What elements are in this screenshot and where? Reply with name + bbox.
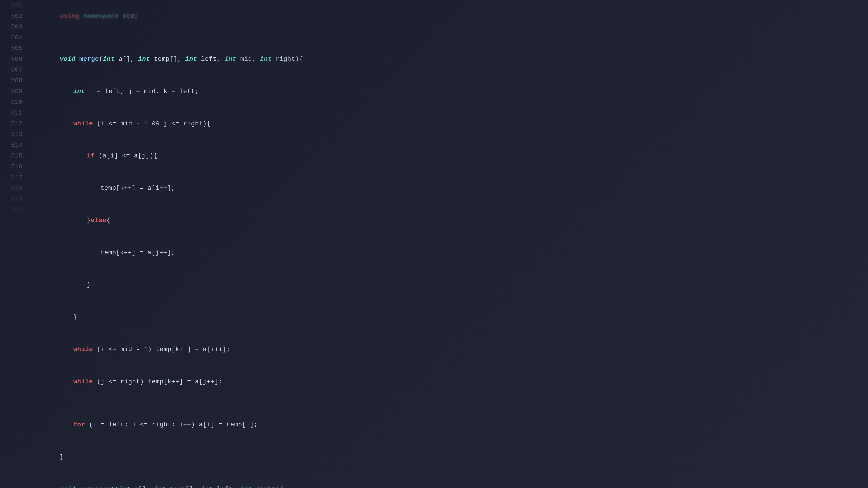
code-line-508: }else{ <box>36 204 859 236</box>
line-num-503: 503 <box>7 22 22 32</box>
code-line-512: while (i <= mid - 1) temp[k++] = a[i++]; <box>36 333 859 365</box>
code-line-501: using namespace std; <box>36 0 859 32</box>
line-num-512: 512 <box>7 119 22 129</box>
line-numbers: 501 502 503 504 505 506 507 508 509 510 … <box>0 0 27 488</box>
line-num-509: 509 <box>7 86 22 97</box>
line-num-506: 506 <box>7 54 22 65</box>
code-line-509: temp[k++] = a[j++]; <box>36 236 859 269</box>
line-num-514: 514 <box>7 140 22 151</box>
line-num-504: 504 <box>7 32 22 43</box>
code-line-516: } <box>36 441 859 473</box>
line-num-505: 505 <box>7 43 22 54</box>
code-line-513: while (j <= right) temp[k++] = a[j++]; <box>36 365 859 398</box>
code-line-505: while (i <= mid - 1 && j <= right){ <box>36 107 859 140</box>
line-num-513: 513 <box>7 129 22 140</box>
code-line-514 <box>36 398 859 409</box>
code-line-502 <box>36 32 859 43</box>
code-editor: 501 502 503 504 505 506 507 508 509 510 … <box>0 0 868 488</box>
code-line-506: if (a[i] <= a[j]){ <box>36 140 859 172</box>
line-num-518: 518 <box>7 183 22 194</box>
line-num-502: 502 <box>7 11 22 22</box>
line-num-511: 511 <box>7 107 22 119</box>
line-num-508: 508 <box>7 75 22 86</box>
line-num-501: 501 <box>7 0 22 11</box>
code-line-504: int i = left, j = mid, k = left; <box>36 75 859 107</box>
code-area: using namespace std; void merge(int a[],… <box>27 0 868 488</box>
line-num-519: 519 <box>7 194 22 204</box>
line-num-520: 520 <box>7 204 22 215</box>
line-num-515: 515 <box>7 151 22 161</box>
code-line-510: } <box>36 269 859 301</box>
code-line-515: for (i = left; i <= right; i++) a[i] = t… <box>36 409 859 441</box>
code-line-511: } <box>36 301 859 333</box>
code-line-517: void mergesort(int a[], int temp[], int … <box>36 473 859 488</box>
code-line-507: temp[k++] = a[i++]; <box>36 172 859 204</box>
line-num-517: 517 <box>7 172 22 183</box>
line-num-507: 507 <box>7 65 22 75</box>
line-num-516: 516 <box>7 161 22 172</box>
code-line-503: void merge(int a[], int temp[], int left… <box>36 43 859 75</box>
line-num-510: 510 <box>7 97 22 107</box>
